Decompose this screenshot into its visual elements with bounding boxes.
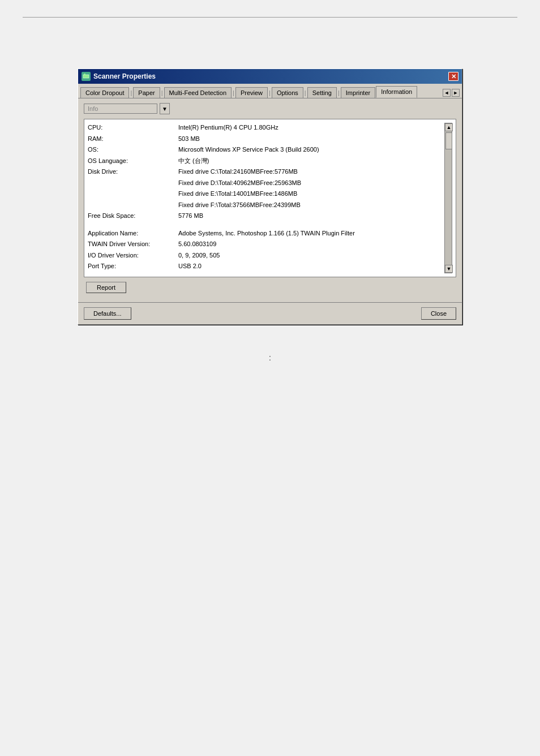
info-row-os: OS: Microsoft Windows XP Service Pack 3 … [88, 145, 443, 154]
close-button[interactable]: ✕ [448, 72, 458, 81]
info-row-disk1: Disk Drive: Fixed drive C:\Total:24160MB… [88, 167, 443, 177]
info-key-freedisk: Free Disk Space: [88, 211, 178, 221]
tab-options[interactable]: Options [272, 87, 303, 98]
info-value-iodriver: 0, 9, 2009, 505 [178, 251, 443, 260]
svg-rect-1 [84, 74, 85, 75]
info-row-appname: Application Name: Adobe Systems, Inc. Ph… [88, 229, 443, 238]
info-value-os: Microsoft Windows XP Service Pack 3 (Bui… [178, 145, 443, 154]
tab-next-button[interactable]: ► [452, 89, 460, 97]
info-key-ram: RAM: [88, 134, 178, 144]
tab-multifeed[interactable]: Multi-Feed Detection [164, 87, 232, 98]
info-scrollbar: ▲ ▼ [444, 123, 452, 273]
info-row-disk4: Fixed drive F:\Total:37566MBFree:24399MB [88, 200, 443, 210]
info-key-iodriver: I/O Driver Version: [88, 251, 178, 260]
info-key-disk: Disk Drive: [88, 167, 178, 177]
tab-sep-3: | [232, 89, 235, 98]
tab-paper[interactable]: Paper [133, 87, 160, 98]
info-dropdown-arrow[interactable]: ▼ [160, 103, 170, 114]
tabs-nav: ◄ ► [443, 89, 460, 98]
defaults-button[interactable]: Defaults... [84, 307, 131, 320]
tab-sep-1: | [130, 89, 132, 98]
info-value-disk1: Fixed drive C:\Total:24160MBFree:5776MB [178, 167, 443, 177]
tab-sep-5: | [304, 89, 307, 98]
tabs-list: Color Dropout | Paper | Multi-Feed Detec… [80, 86, 417, 98]
info-row-disk3: Fixed drive E:\Total:14001MBFree:1486MB [88, 189, 443, 199]
close-dialog-button[interactable]: Close [421, 307, 456, 320]
dialog-area: Scanner Properties ✕ Color Dropout | Pap… [0, 35, 540, 336]
info-value-twain: 5.60.0803109 [178, 239, 443, 249]
info-key-disk4 [88, 200, 178, 210]
scroll-track [445, 131, 452, 265]
info-row-freedisk: Free Disk Space: 5776 MB [88, 211, 443, 221]
info-row-oslang: OS Language: 中文 (台灣) [88, 156, 443, 166]
bottom-colon: : [0, 336, 540, 379]
tab-sep-6: | [337, 89, 340, 98]
dialog-title: Scanner Properties [93, 72, 156, 80]
info-value-id: USB [178, 273, 443, 274]
svg-rect-0 [83, 75, 89, 78]
info-row-disk2: Fixed drive D:\Total:40962MBFree:25963MB [88, 178, 443, 188]
info-row-spacer [88, 222, 443, 227]
info-value-disk4: Fixed drive F:\Total:37566MBFree:24399MB [178, 200, 443, 210]
info-key-appname: Application Name: [88, 229, 178, 238]
info-key-porttype: Port Type: [88, 261, 178, 271]
tabs-bar: Color Dropout | Paper | Multi-Feed Detec… [78, 84, 462, 98]
info-row-ram: RAM: 503 MB [88, 134, 443, 144]
info-table: CPU: Intel(R) Pentium(R) 4 CPU 1.80GHz R… [88, 123, 443, 273]
info-key-oslang: OS Language: [88, 156, 178, 166]
scanner-properties-dialog: Scanner Properties ✕ Color Dropout | Pap… [78, 68, 462, 325]
tab-sep-2: | [161, 89, 164, 98]
info-value-porttype: USB 2.0 [178, 261, 443, 271]
info-key-os: OS: [88, 145, 178, 154]
tab-setting[interactable]: Setting [307, 87, 337, 98]
info-value-cpu: Intel(R) Pentium(R) 4 CPU 1.80GHz [178, 123, 443, 132]
info-key-disk3 [88, 189, 178, 199]
scroll-down-button[interactable]: ▼ [445, 265, 453, 273]
title-bar: Scanner Properties ✕ [78, 69, 462, 84]
info-row-porttype: Port Type: USB 2.0 [88, 261, 443, 271]
info-row-iodriver: I/O Driver Version: 0, 9, 2009, 505 [88, 251, 443, 260]
tab-prev-button[interactable]: ◄ [443, 89, 451, 97]
info-row-id: ID / Address: USB [88, 273, 443, 274]
tab-preview[interactable]: Preview [235, 87, 268, 98]
info-dropdown-row: Info ▼ [84, 103, 456, 114]
info-key-id: ID / Address: [88, 273, 178, 274]
info-row-twain: TWAIN Driver Version: 5.60.0803109 [88, 239, 443, 249]
tab-imprinter[interactable]: Imprinter [341, 87, 375, 98]
report-button[interactable]: Report [86, 282, 126, 293]
info-label: Info [84, 104, 157, 114]
top-divider [23, 17, 517, 18]
tab-color-dropout[interactable]: Color Dropout [80, 87, 129, 98]
info-value-appname: Adobe Systems, Inc. Photoshop 1.166 (1.5… [178, 229, 443, 238]
page-wrapper: Scanner Properties ✕ Color Dropout | Pap… [0, 0, 540, 756]
tab-sep-4: | [268, 89, 271, 98]
report-btn-row: Report [84, 282, 456, 293]
scroll-up-button[interactable]: ▲ [445, 123, 453, 131]
info-box: CPU: Intel(R) Pentium(R) 4 CPU 1.80GHz R… [84, 119, 456, 277]
info-key-twain: TWAIN Driver Version: [88, 239, 178, 249]
info-value-disk2: Fixed drive D:\Total:40962MBFree:25963MB [178, 178, 443, 188]
info-value-freedisk: 5776 MB [178, 211, 443, 221]
empty-space [0, 379, 540, 605]
info-value-disk3: Fixed drive E:\Total:14001MBFree:1486MB [178, 189, 443, 199]
dialog-bottom-bar: Defaults... Close [78, 302, 462, 324]
scroll-thumb[interactable] [445, 132, 452, 149]
tab-information[interactable]: Information [376, 86, 417, 98]
scanner-icon [82, 72, 91, 81]
info-row-cpu: CPU: Intel(R) Pentium(R) 4 CPU 1.80GHz [88, 123, 443, 132]
info-key-disk2 [88, 178, 178, 188]
dialog-content: Info ▼ CPU: Intel(R) Pentium(R) 4 CPU 1.… [78, 98, 462, 302]
info-key-cpu: CPU: [88, 123, 178, 132]
info-value-ram: 503 MB [178, 134, 443, 144]
title-bar-left: Scanner Properties [82, 72, 156, 81]
info-value-oslang: 中文 (台灣) [178, 156, 443, 166]
